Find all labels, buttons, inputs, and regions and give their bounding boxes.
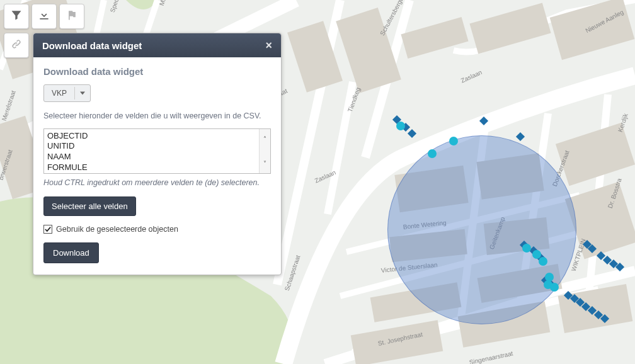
chain-icon — [10, 38, 23, 53]
layer-selected: VKP — [44, 85, 74, 101]
marker-dot[interactable] — [428, 149, 437, 158]
flag-icon — [66, 9, 78, 24]
extra-tool-button[interactable] — [59, 4, 84, 29]
field-instruction: Selecteer hieronder de velden die u wilt… — [43, 111, 271, 122]
download-tool-button[interactable] — [31, 4, 57, 29]
filter-button[interactable] — [4, 4, 29, 29]
close-icon[interactable]: × — [265, 40, 272, 51]
svg-rect-3 — [469, 3, 551, 54]
funnel-icon — [10, 9, 23, 24]
use-selection-checkbox[interactable] — [43, 225, 52, 234]
section-title: Download data widget — [43, 66, 271, 77]
link-button[interactable] — [4, 33, 29, 58]
use-selection-label: Gebruik de geselecteerde objecten — [56, 225, 178, 234]
download-button[interactable]: Download — [43, 242, 99, 263]
select-all-button[interactable]: Selecteer alle velden — [43, 196, 136, 216]
download-widget: Download data widget × Download data wid… — [33, 33, 282, 275]
field-option[interactable]: OBJECTID — [46, 131, 266, 142]
scrollbar[interactable]: ˄ ˅ — [259, 129, 270, 173]
marker-dot[interactable] — [396, 122, 405, 130]
field-option[interactable]: NAAM — [46, 152, 266, 162]
field-list[interactable]: OBJECTIDUNITIDNAAMFORMULE ˄ ˅ — [43, 128, 271, 174]
layer-dropdown[interactable]: VKP — [43, 84, 91, 102]
field-option[interactable]: UNITID — [46, 141, 266, 152]
widget-title: Download data widget — [42, 40, 142, 51]
ctrl-hint: Houd CTRL ingedrukt om meerdere velden t… — [43, 178, 271, 188]
marker-dot[interactable] — [522, 244, 531, 253]
download-icon — [38, 9, 50, 24]
scroll-down-icon[interactable]: ˅ — [263, 160, 266, 167]
field-option[interactable]: FORMULE — [46, 162, 266, 173]
chevron-down-icon — [74, 87, 90, 100]
check-icon — [45, 226, 51, 232]
widget-header[interactable]: Download data widget × — [33, 33, 281, 57]
toolbar — [4, 4, 84, 29]
scroll-up-icon[interactable]: ˄ — [263, 135, 266, 142]
marker-dot[interactable] — [449, 137, 458, 145]
marker-dot[interactable] — [550, 283, 559, 292]
marker-dot[interactable] — [539, 257, 547, 266]
toolbar-secondary — [4, 33, 29, 58]
selection-circle — [387, 135, 576, 324]
